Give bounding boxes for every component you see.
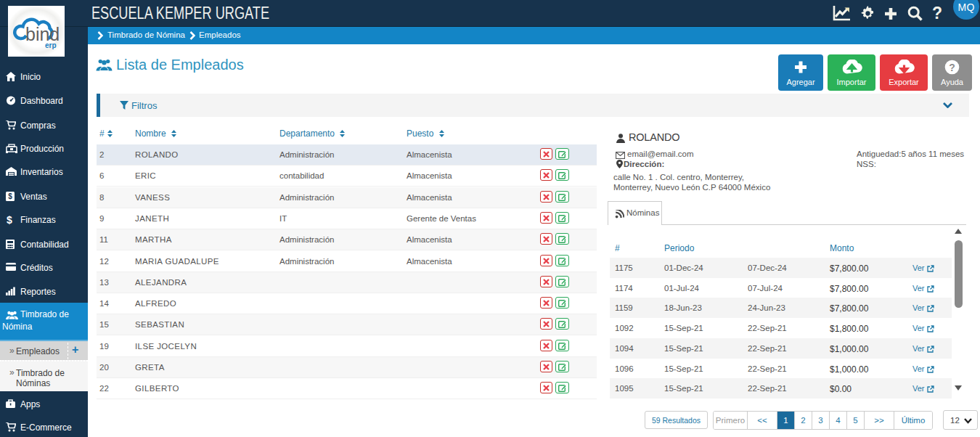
svg-text:?: ? [949,62,955,73]
svg-text:$: $ [8,192,12,200]
svg-text:erp: erp [45,41,57,49]
svg-text:$: $ [7,215,12,225]
